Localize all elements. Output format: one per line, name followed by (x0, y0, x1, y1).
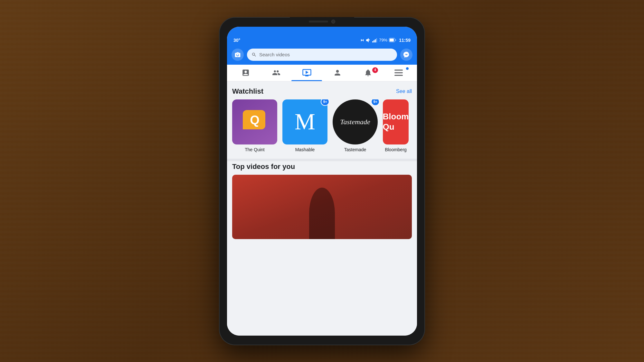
watchlist-item-tastemade[interactable]: Tastemade 9+ Tastemade (333, 99, 378, 152)
battery-icon (389, 38, 396, 42)
watchlist-thumb-tastemade-wrap: Tastemade 9+ (333, 99, 378, 144)
watchlist-label-bloomberg: Bloomberg (385, 147, 407, 152)
video-figure-silhouette (309, 188, 335, 239)
menu-icon (394, 70, 403, 76)
battery-level: 79% (379, 38, 387, 42)
tab-notifications[interactable]: 4 (353, 65, 383, 81)
watchlist-thumb-bloomberg: Bloom Qu (383, 99, 409, 144)
camera-button[interactable] (232, 49, 244, 61)
tab-news-feed[interactable] (230, 65, 261, 81)
watchlist-thumb-bloomberg-wrap: Bloom Qu (383, 99, 409, 144)
bluetooth-icon (361, 38, 365, 43)
svg-rect-2 (375, 39, 376, 42)
clock-display: 11:59 (399, 38, 411, 43)
content-area: Watchlist See all (227, 81, 417, 336)
watchlist-item-mashable[interactable]: M 9+ Mashable (282, 99, 327, 152)
watchlist-label-tastemade: Tastemade (344, 147, 366, 152)
quint-logo: Q (240, 107, 269, 136)
watchlist-see-all[interactable]: See all (396, 88, 412, 94)
temperature-display: 30° (233, 38, 240, 43)
mashable-m-letter: M (295, 108, 315, 135)
nav-tabs: 4 (227, 65, 417, 81)
watchlist-items-row: Q The Quint M 9+ (227, 99, 417, 157)
watchlist-thumb-mashable-wrap: M 9+ (282, 99, 327, 144)
watchlist-item-bloomberg[interactable]: Bloom Qu Bloomberg (383, 99, 409, 152)
watchlist-thumb-quint: Q (232, 99, 277, 144)
tab-watch[interactable] (291, 65, 322, 81)
tab-menu[interactable] (383, 65, 414, 81)
svg-rect-1 (374, 40, 374, 42)
bloomberg-logo-text: Bloom Qu (383, 108, 409, 135)
notifications-badge: 4 (372, 67, 378, 73)
phone-device: 30° (219, 17, 425, 345)
speaker (309, 21, 328, 23)
search-bar[interactable]: Search videos (247, 49, 397, 61)
messenger-icon (403, 51, 410, 58)
news-feed-icon (242, 69, 250, 77)
watchlist-label-quint: The Quint (245, 147, 264, 152)
mashable-badge: 9+ (321, 99, 329, 106)
top-videos-section: Top videos for you (227, 162, 417, 243)
video-thumbnail-preview[interactable] (232, 175, 412, 239)
front-camera (331, 20, 335, 23)
watch-icon (302, 68, 312, 78)
profile-icon (333, 69, 342, 77)
status-bar: 30° (227, 27, 417, 46)
section-divider (227, 159, 417, 161)
svg-rect-0 (372, 41, 373, 42)
phone-screen: 30° (227, 27, 417, 336)
phone-notch (290, 17, 354, 26)
watchlist-thumb-tastemade: Tastemade (333, 99, 378, 144)
status-icons: 79% 11:59 (361, 38, 411, 43)
menu-notification-dot (406, 67, 409, 70)
svg-rect-3 (376, 38, 377, 42)
friends-icon (272, 69, 280, 77)
watchlist-thumb-quint-wrap: Q (232, 99, 277, 144)
app-header: Search videos (227, 46, 417, 65)
notifications-icon (364, 69, 372, 77)
svg-rect-5 (390, 39, 394, 42)
tab-friends[interactable] (261, 65, 291, 81)
watchlist-section: Watchlist See all (227, 81, 417, 157)
svg-rect-7 (394, 72, 403, 73)
watchlist-thumb-mashable: M (282, 99, 327, 144)
watchlist-header: Watchlist See all (227, 81, 417, 99)
watchlist-label-mashable: Mashable (295, 147, 315, 152)
svg-rect-6 (394, 70, 403, 70)
svg-rect-8 (394, 75, 403, 76)
search-placeholder: Search videos (259, 52, 290, 57)
signal-icon (372, 38, 377, 42)
watchlist-title: Watchlist (232, 87, 263, 96)
messenger-button[interactable] (400, 49, 412, 61)
tastemade-badge: 9+ (371, 99, 380, 106)
tab-profile[interactable] (322, 65, 353, 81)
search-icon (251, 52, 257, 57)
svg-text:Q: Q (250, 113, 260, 127)
top-videos-title: Top videos for you (232, 162, 412, 171)
sound-icon (366, 38, 371, 42)
tastemade-logo-text: Tastemade (337, 118, 373, 126)
watchlist-item-the-quint[interactable]: Q The Quint (232, 99, 277, 152)
